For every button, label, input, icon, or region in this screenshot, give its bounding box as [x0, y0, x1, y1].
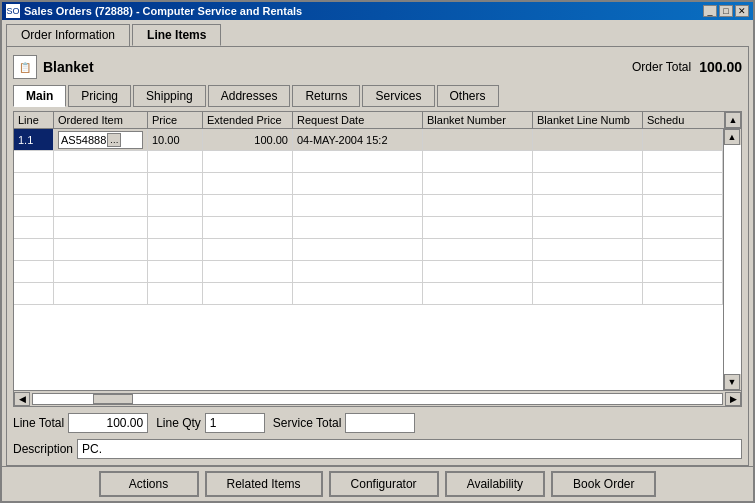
- tab-others[interactable]: Others: [437, 85, 499, 107]
- line-qty-label: Line Qty: [156, 416, 201, 430]
- vertical-scrollbar[interactable]: ▲ ▼: [723, 129, 741, 390]
- main-window: SO Sales Orders (72888) - Computer Servi…: [0, 0, 755, 503]
- h-scroll-track[interactable]: [32, 393, 723, 405]
- tab-pricing[interactable]: Pricing: [68, 85, 131, 107]
- blanket-icon: 📋: [13, 55, 37, 79]
- grid-header: Line Ordered Item Price Extended Price R…: [14, 112, 741, 129]
- scroll-left-btn[interactable]: ◀: [14, 392, 30, 406]
- configurator-button[interactable]: Configurator: [329, 471, 439, 497]
- col-header-ordered-item: Ordered Item: [54, 112, 148, 128]
- blanket-text: Blanket: [43, 59, 94, 75]
- col-header-line: Line: [14, 112, 54, 128]
- scroll-right-btn[interactable]: ▶: [725, 392, 741, 406]
- book-order-button[interactable]: Book Order: [551, 471, 656, 497]
- cell-ext-price-1: 100.00: [203, 129, 293, 150]
- title-bar: SO Sales Orders (72888) - Computer Servi…: [2, 2, 753, 20]
- main-tab-bar: Order Information Line Items: [2, 20, 753, 46]
- window-title: Sales Orders (72888) - Computer Service …: [24, 5, 302, 17]
- table-row[interactable]: 1.1 AS54888 … 10.00 100.00: [14, 129, 723, 151]
- col-header-blanket-line: Blanket Line Numb: [533, 112, 643, 128]
- cell-schedule-1: [643, 129, 723, 150]
- description-label: Description: [13, 442, 73, 456]
- horizontal-scrollbar[interactable]: ◀ ▶: [14, 390, 741, 406]
- close-button[interactable]: ✕: [735, 5, 749, 17]
- col-header-schedule: Schedu: [643, 112, 725, 128]
- description-row: Description: [13, 439, 742, 459]
- line-total-group: Line Total: [13, 413, 148, 433]
- table-row[interactable]: [14, 239, 723, 261]
- grid-body: 1.1 AS54888 … 10.00 100.00: [14, 129, 723, 390]
- footer-fields: Line Total Line Qty Service Total: [13, 411, 742, 435]
- scroll-down-btn[interactable]: ▼: [724, 374, 740, 390]
- actions-button[interactable]: Actions: [99, 471, 199, 497]
- availability-button[interactable]: Availability: [445, 471, 545, 497]
- minimize-button[interactable]: _: [703, 5, 717, 17]
- line-total-label: Line Total: [13, 416, 64, 430]
- ordered-item-value: AS54888: [61, 134, 106, 146]
- scroll-track[interactable]: [724, 145, 741, 374]
- line-qty-group: Line Qty: [156, 413, 265, 433]
- order-total-label: Order Total: [632, 60, 691, 74]
- table-row[interactable]: [14, 173, 723, 195]
- description-input[interactable]: [77, 439, 742, 459]
- scroll-up-button[interactable]: ▲: [725, 112, 741, 128]
- related-items-button[interactable]: Related Items: [205, 471, 323, 497]
- grid-body-wrapper: 1.1 AS54888 … 10.00 100.00: [14, 129, 741, 390]
- table-row[interactable]: [14, 283, 723, 305]
- cell-blanket-line-1: [533, 129, 643, 150]
- cell-request-date-1: 04-MAY-2004 15:2: [293, 129, 423, 150]
- table-row[interactable]: [14, 217, 723, 239]
- service-total-input[interactable]: [345, 413, 415, 433]
- line-qty-input[interactable]: [205, 413, 265, 433]
- cell-ordered-item-1[interactable]: AS54888 …: [54, 129, 148, 150]
- col-header-ext-price: Extended Price: [203, 112, 293, 128]
- line-items-grid: Line Ordered Item Price Extended Price R…: [13, 111, 742, 407]
- sub-tab-bar: Main Pricing Shipping Addresses Returns …: [13, 85, 742, 107]
- window-icon: SO: [6, 4, 20, 18]
- col-header-request-date: Request Date: [293, 112, 423, 128]
- order-total-value: 100.00: [699, 59, 742, 75]
- order-total-section: Order Total 100.00: [632, 59, 742, 75]
- order-header: 📋 Blanket Order Total 100.00: [13, 53, 742, 81]
- h-scroll-thumb[interactable]: [93, 394, 133, 404]
- item-search-button[interactable]: …: [107, 133, 121, 147]
- table-row[interactable]: [14, 195, 723, 217]
- content-area: 📋 Blanket Order Total 100.00 Main Pricin…: [6, 46, 749, 466]
- tab-shipping[interactable]: Shipping: [133, 85, 206, 107]
- table-row[interactable]: [14, 151, 723, 173]
- blanket-label-group: 📋 Blanket: [13, 55, 94, 79]
- service-total-group: Service Total: [273, 413, 415, 433]
- cell-line-1: 1.1: [14, 129, 54, 150]
- scroll-up-btn[interactable]: ▲: [724, 129, 740, 145]
- restore-button[interactable]: □: [719, 5, 733, 17]
- tab-main[interactable]: Main: [13, 85, 66, 107]
- bottom-button-bar: Actions Related Items Configurator Avail…: [2, 466, 753, 501]
- col-header-price: Price: [148, 112, 203, 128]
- line-total-input[interactable]: [68, 413, 148, 433]
- tab-addresses[interactable]: Addresses: [208, 85, 291, 107]
- cell-price-1: 10.00: [148, 129, 203, 150]
- table-row[interactable]: [14, 261, 723, 283]
- col-header-blanket-number: Blanket Number: [423, 112, 533, 128]
- tab-returns[interactable]: Returns: [292, 85, 360, 107]
- cell-blanket-number-1: [423, 129, 533, 150]
- tab-order-information[interactable]: Order Information: [6, 24, 130, 46]
- window-controls: _ □ ✕: [703, 5, 749, 17]
- tab-services[interactable]: Services: [362, 85, 434, 107]
- tab-line-items[interactable]: Line Items: [132, 24, 221, 46]
- service-total-label: Service Total: [273, 416, 341, 430]
